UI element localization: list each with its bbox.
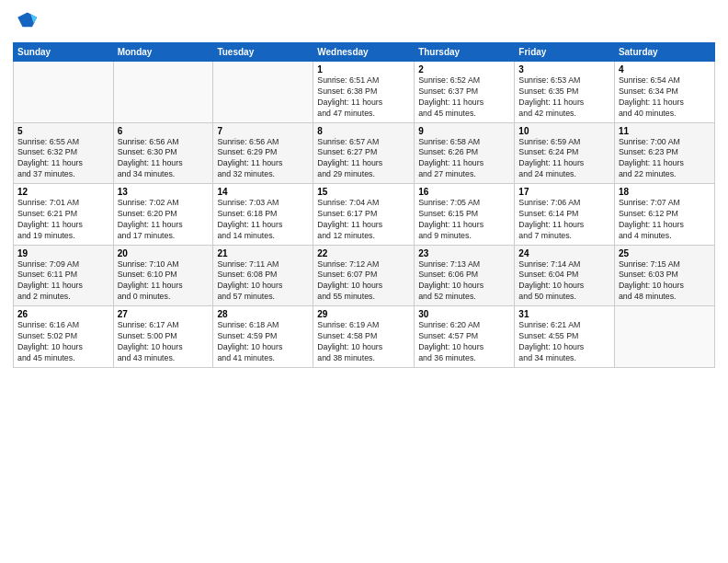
day-info: Sunrise: 6:16 AM Sunset: 5:02 PM Dayligh… <box>17 320 109 364</box>
day-number: 21 <box>217 248 309 259</box>
day-info: Sunrise: 7:12 AM Sunset: 6:07 PM Dayligh… <box>317 259 410 304</box>
calendar-cell: 29Sunrise: 6:19 AM Sunset: 4:58 PM Dayli… <box>313 306 415 368</box>
calendar-cell: 9Sunrise: 6:58 AM Sunset: 6:26 PM Daylig… <box>415 122 515 184</box>
calendar-cell: 18Sunrise: 7:07 AM Sunset: 6:12 PM Dayli… <box>614 184 714 246</box>
day-info: Sunrise: 7:05 AM Sunset: 6:15 PM Dayligh… <box>418 198 510 242</box>
calendar-cell: 2Sunrise: 6:52 AM Sunset: 6:37 PM Daylig… <box>415 62 515 123</box>
day-info: Sunrise: 6:58 AM Sunset: 6:26 PM Dayligh… <box>418 137 510 181</box>
weekday-header: Friday <box>515 43 615 62</box>
day-info: Sunrise: 6:59 AM Sunset: 6:24 PM Dayligh… <box>518 137 610 181</box>
logo-icon <box>13 9 39 35</box>
calendar-cell: 17Sunrise: 7:06 AM Sunset: 6:14 PM Dayli… <box>515 184 615 246</box>
calendar-cell: 22Sunrise: 7:12 AM Sunset: 6:07 PM Dayli… <box>313 245 415 306</box>
calendar-cell: 15Sunrise: 7:04 AM Sunset: 6:17 PM Dayli… <box>313 184 415 246</box>
day-number: 27 <box>118 309 210 319</box>
day-number: 5 <box>17 126 109 136</box>
calendar-cell: 12Sunrise: 7:01 AM Sunset: 6:21 PM Dayli… <box>14 184 114 246</box>
calendar-week-row: 26Sunrise: 6:16 AM Sunset: 5:02 PM Dayli… <box>14 306 715 368</box>
day-number: 30 <box>418 309 510 319</box>
day-number: 4 <box>619 64 711 75</box>
calendar-cell <box>213 62 313 123</box>
day-info: Sunrise: 7:03 AM Sunset: 6:18 PM Dayligh… <box>217 198 309 242</box>
day-info: Sunrise: 7:00 AM Sunset: 6:23 PM Dayligh… <box>619 137 711 181</box>
day-info: Sunrise: 6:53 AM Sunset: 6:35 PM Dayligh… <box>518 75 610 120</box>
calendar-cell: 31Sunrise: 6:21 AM Sunset: 4:55 PM Dayli… <box>515 306 615 368</box>
day-info: Sunrise: 6:56 AM Sunset: 6:30 PM Dayligh… <box>118 137 210 181</box>
calendar-table: SundayMondayTuesdayWednesdayThursdayFrid… <box>13 42 715 368</box>
day-number: 1 <box>317 64 410 75</box>
header <box>13 9 715 35</box>
weekday-header: Tuesday <box>213 43 313 62</box>
day-info: Sunrise: 7:10 AM Sunset: 6:10 PM Dayligh… <box>118 259 210 304</box>
calendar-cell: 11Sunrise: 7:00 AM Sunset: 6:23 PM Dayli… <box>614 122 714 184</box>
calendar-cell: 10Sunrise: 6:59 AM Sunset: 6:24 PM Dayli… <box>515 122 615 184</box>
calendar-cell: 8Sunrise: 6:57 AM Sunset: 6:27 PM Daylig… <box>313 122 415 184</box>
day-number: 12 <box>17 187 109 197</box>
calendar-cell: 13Sunrise: 7:02 AM Sunset: 6:20 PM Dayli… <box>113 184 213 246</box>
weekday-header: Saturday <box>614 43 714 62</box>
day-info: Sunrise: 6:57 AM Sunset: 6:27 PM Dayligh… <box>317 137 410 181</box>
calendar-cell: 25Sunrise: 7:15 AM Sunset: 6:03 PM Dayli… <box>614 245 714 306</box>
calendar-cell: 21Sunrise: 7:11 AM Sunset: 6:08 PM Dayli… <box>213 245 313 306</box>
calendar-cell: 16Sunrise: 7:05 AM Sunset: 6:15 PM Dayli… <box>415 184 515 246</box>
day-info: Sunrise: 6:20 AM Sunset: 4:57 PM Dayligh… <box>418 320 510 364</box>
day-number: 3 <box>518 64 610 75</box>
calendar-cell: 23Sunrise: 7:13 AM Sunset: 6:06 PM Dayli… <box>415 245 515 306</box>
day-number: 11 <box>619 126 711 136</box>
day-number: 8 <box>317 126 410 136</box>
day-number: 17 <box>518 187 610 197</box>
calendar-week-row: 1Sunrise: 6:51 AM Sunset: 6:38 PM Daylig… <box>14 62 715 123</box>
day-number: 13 <box>118 187 210 197</box>
day-info: Sunrise: 7:13 AM Sunset: 6:06 PM Dayligh… <box>418 259 510 304</box>
calendar-cell: 1Sunrise: 6:51 AM Sunset: 6:38 PM Daylig… <box>313 62 415 123</box>
day-info: Sunrise: 7:07 AM Sunset: 6:12 PM Dayligh… <box>619 198 711 242</box>
day-info: Sunrise: 6:17 AM Sunset: 5:00 PM Dayligh… <box>118 320 210 364</box>
day-info: Sunrise: 6:21 AM Sunset: 4:55 PM Dayligh… <box>518 320 610 364</box>
calendar-cell: 4Sunrise: 6:54 AM Sunset: 6:34 PM Daylig… <box>614 62 714 123</box>
weekday-header: Sunday <box>14 43 114 62</box>
calendar-cell: 6Sunrise: 6:56 AM Sunset: 6:30 PM Daylig… <box>113 122 213 184</box>
weekday-header-row: SundayMondayTuesdayWednesdayThursdayFrid… <box>14 43 715 62</box>
day-number: 2 <box>418 64 510 75</box>
day-info: Sunrise: 7:02 AM Sunset: 6:20 PM Dayligh… <box>118 198 210 242</box>
weekday-header: Monday <box>113 43 213 62</box>
day-number: 22 <box>317 248 410 259</box>
day-info: Sunrise: 6:19 AM Sunset: 4:58 PM Dayligh… <box>317 320 410 364</box>
calendar-cell: 14Sunrise: 7:03 AM Sunset: 6:18 PM Dayli… <box>213 184 313 246</box>
day-info: Sunrise: 7:01 AM Sunset: 6:21 PM Dayligh… <box>17 198 109 242</box>
day-number: 20 <box>118 248 210 259</box>
day-info: Sunrise: 7:09 AM Sunset: 6:11 PM Dayligh… <box>17 259 109 304</box>
calendar-cell: 27Sunrise: 6:17 AM Sunset: 5:00 PM Dayli… <box>113 306 213 368</box>
day-info: Sunrise: 7:11 AM Sunset: 6:08 PM Dayligh… <box>217 259 309 304</box>
day-number: 29 <box>317 309 410 319</box>
day-info: Sunrise: 7:04 AM Sunset: 6:17 PM Dayligh… <box>317 198 410 242</box>
day-info: Sunrise: 6:54 AM Sunset: 6:34 PM Dayligh… <box>619 75 711 120</box>
day-info: Sunrise: 7:14 AM Sunset: 6:04 PM Dayligh… <box>518 259 610 304</box>
day-number: 24 <box>518 248 610 259</box>
calendar-cell: 28Sunrise: 6:18 AM Sunset: 4:59 PM Dayli… <box>213 306 313 368</box>
calendar-cell <box>614 306 714 368</box>
day-number: 19 <box>17 248 109 259</box>
calendar-week-row: 19Sunrise: 7:09 AM Sunset: 6:11 PM Dayli… <box>14 245 715 306</box>
calendar-cell: 26Sunrise: 6:16 AM Sunset: 5:02 PM Dayli… <box>14 306 114 368</box>
calendar-week-row: 5Sunrise: 6:55 AM Sunset: 6:32 PM Daylig… <box>14 122 715 184</box>
weekday-header: Wednesday <box>313 43 415 62</box>
day-number: 26 <box>17 309 109 319</box>
day-number: 23 <box>418 248 510 259</box>
page-container: SundayMondayTuesdayWednesdayThursdayFrid… <box>0 0 728 375</box>
calendar-cell: 5Sunrise: 6:55 AM Sunset: 6:32 PM Daylig… <box>14 122 114 184</box>
day-number: 10 <box>518 126 610 136</box>
day-number: 18 <box>619 187 711 197</box>
calendar-cell: 20Sunrise: 7:10 AM Sunset: 6:10 PM Dayli… <box>113 245 213 306</box>
day-number: 15 <box>317 187 410 197</box>
day-number: 25 <box>619 248 711 259</box>
weekday-header: Thursday <box>415 43 515 62</box>
day-number: 31 <box>518 309 610 319</box>
day-number: 7 <box>217 126 309 136</box>
calendar-week-row: 12Sunrise: 7:01 AM Sunset: 6:21 PM Dayli… <box>14 184 715 246</box>
day-info: Sunrise: 7:15 AM Sunset: 6:03 PM Dayligh… <box>619 259 711 304</box>
day-number: 14 <box>217 187 309 197</box>
day-number: 6 <box>118 126 210 136</box>
calendar-cell: 7Sunrise: 6:56 AM Sunset: 6:29 PM Daylig… <box>213 122 313 184</box>
calendar-cell <box>113 62 213 123</box>
